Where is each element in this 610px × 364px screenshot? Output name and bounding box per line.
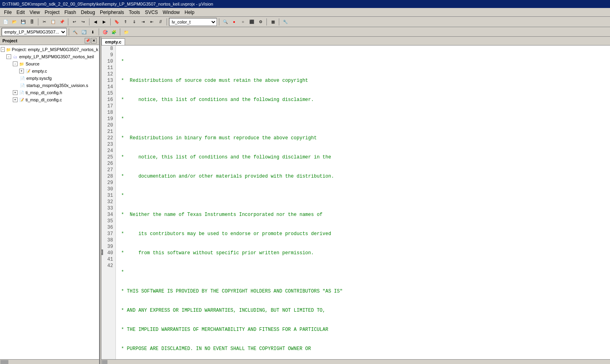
ln-19: 19 [104, 116, 113, 122]
tree-label-empty-syscfg: empty.syscfg [26, 76, 52, 81]
option-button[interactable]: ⚙ [256, 18, 264, 26]
save-button[interactable]: 💾 [19, 18, 27, 26]
open-button[interactable]: 📂 [10, 18, 18, 26]
forward-button[interactable]: ▶ [100, 18, 108, 26]
code-line-23: * PURPOSE ARE DISCLAIMED. IN NO EVENT SH… [118, 346, 608, 352]
tree-item-target[interactable]: - 🗂 empty_LP_MSPM0G3507_nortos_keil [0, 53, 99, 60]
config-c-icon: 📝 [18, 97, 25, 103]
menu-window[interactable]: Window [160, 9, 182, 16]
circle-button[interactable]: ○ [239, 18, 247, 26]
code-line-12: * Redistributions in binary form must re… [118, 135, 608, 141]
new-button[interactable]: 📄 [2, 18, 10, 26]
editor-area: empty.c 8 9 10 11 12 13 14 15 16 17 18 1… [101, 37, 610, 364]
cut-button[interactable]: ✂ [40, 18, 48, 26]
unindent-button[interactable]: ⇤ [148, 18, 156, 26]
expand-icon-empty-c[interactable]: + [19, 69, 24, 73]
layout-button[interactable]: ▦ [269, 18, 277, 26]
toolbar-1: 📄 📂 💾 🗄 ✂ 📋 📌 ↩ ↪ ◀ ▶ 🔖 ⇑ ⇓ ⇥ ⇤ // lv_co… [0, 17, 610, 27]
ln-27: 27 [104, 167, 113, 173]
panel-controls: 📌 ✕ [85, 38, 97, 44]
save-all-button[interactable]: 🗄 [28, 18, 36, 26]
startup-icon: 📄 [19, 82, 26, 89]
code-content[interactable]: * * Redistributions of source code must … [116, 46, 610, 359]
ln-31: 31 [104, 192, 113, 199]
paste-button[interactable]: 📌 [58, 18, 66, 26]
load-button[interactable]: ⬇ [89, 28, 97, 36]
build-button[interactable]: 🔨 [71, 28, 79, 36]
ln-11: 11 [104, 65, 113, 71]
tree-item-source[interactable]: - 📁 Source [0, 60, 99, 67]
menu-help[interactable]: Help [182, 9, 197, 16]
redo-button[interactable]: ↪ [79, 18, 87, 26]
code-line-10: * notice, this list of conditions and th… [118, 97, 608, 103]
copy-button[interactable]: 📋 [49, 18, 57, 26]
menu-peripherals[interactable]: Peripherals [97, 9, 127, 16]
ln-32: 32 [104, 199, 113, 205]
menu-debug[interactable]: Debug [79, 9, 97, 16]
symbol-combo[interactable]: lv_color_t [169, 18, 217, 26]
ln-34: 34 [104, 212, 113, 218]
rebuild-button[interactable]: 🔄 [80, 28, 88, 36]
code-line-18: * from this software without specific pr… [118, 250, 608, 256]
tree-item-config-h[interactable]: + 📄 ti_msp_dl_config.h [0, 89, 99, 96]
ln-13: 13 [104, 77, 113, 84]
ln-29: 29 [104, 180, 113, 186]
tree-item-empty-c[interactable]: + 📝 empty.c [0, 67, 99, 75]
ln-9: 9 [104, 52, 113, 58]
stop-button[interactable]: ⬛ [248, 18, 256, 26]
menu-bar: File Edit View Project Flash Debug Perip… [0, 8, 610, 17]
project-panel-header: Project 📌 ✕ [0, 37, 99, 45]
expand-icon-config-h[interactable]: + [13, 90, 18, 95]
expand-icon-source[interactable]: - [13, 61, 18, 66]
next-bookmark[interactable]: ⇓ [130, 18, 138, 26]
config-button[interactable]: 🔧 [281, 18, 289, 26]
empty-c-icon: 📝 [25, 68, 31, 74]
panel-pin-btn[interactable]: 📌 [85, 38, 90, 44]
code-line-15: * [118, 192, 608, 199]
comment-button[interactable]: // [157, 18, 165, 26]
line-numbers: 8 9 10 11 12 13 14 15 16 17 18 19 20 21 … [101, 46, 116, 359]
tree-item-startup[interactable]: 📄 startup_mspm0g350x_uvision.s [0, 82, 99, 89]
tree-item-project-root[interactable]: - 📁 Project: empty_LP_MSPM0G3507_nortos_… [0, 46, 99, 53]
bookmark-button[interactable]: 🔖 [113, 18, 121, 26]
ln-25: 25 [104, 154, 113, 160]
back-button[interactable]: ◀ [91, 18, 99, 26]
code-line-8: * [118, 58, 608, 65]
menu-svcs[interactable]: SVCS [143, 9, 161, 16]
prev-bookmark[interactable]: ⇑ [121, 18, 129, 26]
ln-33: 33 [104, 205, 113, 212]
menu-edit[interactable]: Edit [14, 9, 27, 16]
component-button[interactable]: 🧩 [110, 28, 118, 36]
tree-label-source: Source [26, 61, 40, 66]
manage-button[interactable]: 📁 [122, 28, 130, 36]
tree-item-empty-syscfg[interactable]: 📄 empty.syscfg [0, 75, 99, 82]
code-line-14: * documentation and/or other materials p… [118, 173, 608, 180]
project-icon: 📁 [6, 46, 11, 53]
search-button[interactable]: 🔍 [221, 18, 229, 26]
menu-tools[interactable]: Tools [127, 9, 143, 16]
sep4 [110, 18, 111, 26]
ln-18: 18 [104, 109, 113, 116]
menu-file[interactable]: File [2, 9, 14, 16]
tab-empty-c[interactable]: empty.c [101, 38, 125, 45]
expand-icon-root[interactable]: - [1, 47, 5, 52]
target-options[interactable]: 🎯 [101, 28, 109, 36]
tree-item-config-c[interactable]: + 📝 ti_msp_dl_config.c [0, 96, 99, 103]
ln-8: 8 [104, 46, 113, 52]
project-hscroll[interactable] [0, 359, 99, 364]
panel-close-btn[interactable]: ✕ [91, 38, 97, 44]
tree-label-root: Project: empty_LP_MSPM0G3507_nortos_k [12, 47, 98, 52]
editor-content[interactable]: 8 9 10 11 12 13 14 15 16 17 18 19 20 21 … [101, 46, 610, 359]
undo-button[interactable]: ↩ [70, 18, 78, 26]
project-combo[interactable]: empty_LP_MSPM0G3507... [2, 28, 67, 36]
menu-flash[interactable]: Flash [62, 9, 78, 16]
debug-button[interactable]: ● [230, 18, 238, 26]
expand-icon-config-c[interactable]: + [13, 97, 18, 102]
editor-hscroll[interactable] [101, 359, 610, 364]
expand-icon-target[interactable]: - [6, 54, 11, 59]
menu-project[interactable]: Project [42, 9, 62, 16]
menu-view[interactable]: View [27, 9, 42, 16]
sep9 [69, 28, 69, 36]
ln-16: 16 [104, 97, 113, 103]
indent-button[interactable]: ⇥ [139, 18, 147, 26]
